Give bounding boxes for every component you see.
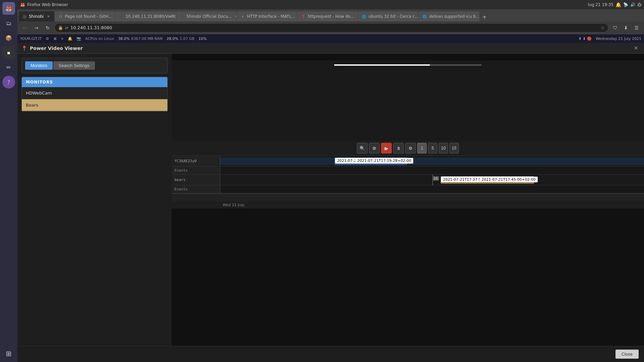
menu-button[interactable]: ☰ [632,23,641,33]
app-titlebar: 📍 Power Video Viewer ✕ [17,43,644,54]
tab-close-docs[interactable]: ✕ [234,14,236,19]
monitors-section: MONITORS HDWebCam Bears [21,77,168,112]
sidebar-icon-help[interactable]: ? [2,76,15,88]
play-button[interactable]: ▶ [381,143,392,154]
tab-shinobi2[interactable]: 🎥 10.240.11.31:8080/VwRC... ✕ [115,11,176,21]
refresh-button[interactable]: ↻ [43,23,52,33]
monitors-tab[interactable]: Monitors [25,61,53,70]
bookmark-icon[interactable]: ☆ [600,25,605,31]
settings-left-button[interactable]: ⚙ [369,143,380,154]
speed-5-button[interactable]: 5 [428,143,437,154]
sidebar-icon-grid[interactable]: ⊞ [2,347,15,360]
tab-docs[interactable]: 🎥 Shinobi Official Docu... ✕ [176,11,236,21]
video-progress-bar [334,64,482,66]
title-bar: 🦊 Firefox Web Browser lug 21 19:35 🔔 📡 🔊… [17,0,644,9]
tab-httpreq[interactable]: ❓ httprequest - How do... ✕ [298,11,358,21]
tab-label-httpreq: httprequest - How do... [308,14,354,19]
back-button[interactable]: ← [20,23,30,33]
nav-bar: ← → ↻ 🔒 ⇄ 10.240.11.31:8080 ☆ 🛡 ⬇ ☰ [17,21,644,34]
search-settings-tab[interactable]: Search Settings [53,61,95,70]
tooltip-end-bears: 2021-07-21T17:45:00+02:00 [480,177,538,182]
settings-right-button[interactable]: ⚙ [405,143,416,154]
sidebar-icon-terminal[interactable]: ▪ [2,46,15,59]
track-segment-bears-main: 2021-07-21T17:37:5 2021-07-21T17:45:00+0… [441,176,534,184]
tab-favicon-shinobi2: 🎥 [119,14,123,19]
track-body-events-fc3 [220,167,644,174]
hostname: YOUR.GIT.IT [20,37,42,41]
new-tab-button[interactable]: + [480,12,489,21]
tab-http[interactable]: ⚡ HTTP Interface - MATL... ✕ [237,11,297,21]
monitor-item-hdwebcam[interactable]: HDWebCam [22,87,167,99]
volume-icon: 🔊 [630,2,635,7]
tab-favicon-debian: 🌐 [422,14,427,19]
bears-marker-label: 26 [432,176,439,181]
tab-github[interactable]: ⬡ Page not found - GitH... ✕ [55,11,115,21]
system-date: Wednesday 21 July 2021 [596,37,641,41]
monitor-item-bears[interactable]: Bears [22,99,167,111]
tab-label-http: HTTP Interface - MATL... [247,14,295,19]
stat-ram-val: 6367.00 MB RAM [131,37,163,41]
track-body-events-bears [220,185,644,193]
track-body-bears[interactable]: 26 2021-07-21T17:37:5 2021-07-21T17:45:0… [220,175,644,185]
tooltip-start-bears: 2021-07-21T17:37:5 [441,177,483,182]
forward-button[interactable]: → [32,23,41,33]
timeline-area: fC3XAE23y0 2021-07-21 2021-07-21T17:19:2… [172,156,644,208]
network-icon: 📡 [623,2,628,7]
main-content: 🦊 Firefox Web Browser lug 21 19:35 🔔 📡 🔊… [17,0,644,362]
shield-icon[interactable]: 🛡 [610,23,620,33]
track-label-events-bears: Events [172,185,220,193]
bell-icon: 🔔 [68,37,72,41]
stat-disk-pct: 28.0% [167,37,178,41]
tab-shinobi[interactable]: 🎥 Shinobi ✕ [19,11,54,21]
tab-favicon-shinobi: 🎥 [22,14,27,19]
title-bar-right: lug 21 19:35 🔔 📡 🔊 ⏻ [588,2,641,7]
download-icon[interactable]: ⬇ [621,23,631,33]
track-body-fc3xae23y0[interactable]: 2021-07-21 2021-07-21T17:19:28+02:00 [220,156,644,166]
tab-favicon-github: ⬡ [58,14,63,19]
stat-other-pct: 10% [199,37,207,41]
zoom-out-button[interactable]: 🔍 [357,143,368,154]
os-time: lug 21 19:35 [588,2,613,7]
tab-label-ubuntu: ubuntu 32 bit - Cerca c... [368,14,419,19]
speed-15-button[interactable]: 15 [449,143,459,154]
timeline-date-label: Wed 21 July [223,203,245,207]
stat-disk-val: 1.07 GB [180,37,195,41]
sidebar-icon-firefox[interactable]: 🦊 [2,2,15,15]
browser-title: Firefox Web Browser [27,2,68,7]
address-bar[interactable]: 🔒 ⇄ 10.240.11.31:8080 ☆ [54,23,608,33]
track-segment-fc3-main: 2021-07-21 2021-07-21T17:19:28+02:00 [335,158,407,165]
tab-close-httpreq[interactable]: ✕ [356,14,358,19]
app-body: Monitors Search Settings MONITORS HDWebC… [17,54,644,346]
system-bar: YOUR.GIT.IT ⚙ 🖥 + 🔔 📷 ACPUs on Linux 38.… [17,34,644,43]
close-button[interactable]: Close [615,350,639,359]
tab-label-shinobi: Shinobi [29,14,44,19]
track-fc3xae23y0: fC3XAE23y0 2021-07-21 2021-07-21T17:19:2… [172,156,644,167]
tab-ubuntu[interactable]: 🌐 ubuntu 32 bit - Cerca c... ✕ [358,11,419,21]
pause-button[interactable]: ⏸ [393,143,404,154]
tab-close-github[interactable]: ✕ [114,14,115,19]
tab-favicon-http: ⚡ [240,14,245,19]
stat-disk: 28.0% 1.07 GB [167,37,195,41]
app-close-icon[interactable]: ✕ [632,44,640,52]
address-text[interactable]: 10.240.11.31:8080 [70,25,598,30]
sidebar-icon-editor[interactable]: ✏ [2,61,15,74]
tab-bar: 🎥 Shinobi ✕ ⬡ Page not found - GitH... ✕… [17,9,644,21]
stat-other: 10% [199,37,207,41]
track-bears: bears 26 2021-07-21T17:37:5 2021-07-21T1… [172,175,644,185]
tab-debian[interactable]: 🌐 debian supported icu b... ✕ [419,11,479,21]
tabs-container: Monitors Search Settings [21,58,168,73]
nav-right-buttons: 🛡 ⬇ ☰ [610,23,641,33]
tab-favicon-docs: 🎥 [179,14,184,19]
tab-close-http[interactable]: ✕ [297,14,298,19]
sidebar-icon-appstore[interactable]: 📦 [2,32,15,44]
speed-1-button[interactable]: 1 [417,143,427,154]
connection-icon: ⇄ [65,25,68,30]
tab-close-shinobi[interactable]: ✕ [46,14,51,19]
lock-icon: 🔒 [58,25,63,30]
stat-cpu-pct: 38.0% [118,37,130,41]
tab-label-debian: debian supported icu b... [429,14,479,19]
sidebar-icon-files[interactable]: 🗂 [2,17,15,29]
monitors-header: MONITORS [22,77,167,87]
system-icons: ⬆ ⬇ 🔴 [579,37,592,41]
speed-10-button[interactable]: 10 [439,143,448,154]
